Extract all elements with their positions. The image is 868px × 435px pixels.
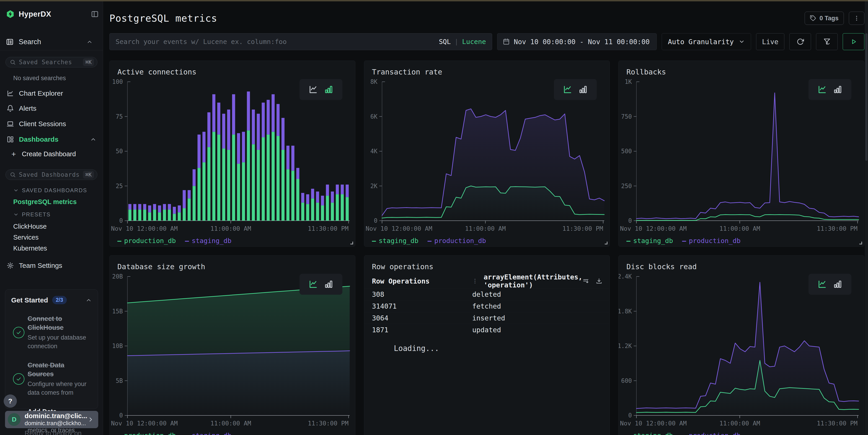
help-button[interactable]: ?	[4, 395, 17, 408]
granularity-select[interactable]: Auto Granularity	[662, 33, 751, 50]
run-query-button[interactable]	[843, 33, 864, 50]
sql-toggle[interactable]: SQL	[439, 38, 451, 45]
panel-rollbacks: Rollbacks 02505007501KNov 10 12:00:00 AM…	[618, 61, 864, 247]
bar-chart-toggle-icon[interactable]	[833, 279, 842, 289]
table-row[interactable]: 308deleted	[364, 288, 610, 300]
chevron-up-icon[interactable]	[86, 39, 93, 45]
no-saved-searches-text: No saved searches	[13, 75, 66, 82]
svg-text:2K: 2K	[370, 183, 377, 190]
search-icon	[10, 59, 16, 65]
svg-text:75: 75	[116, 113, 123, 120]
event-search-box[interactable]: SQL | Lucene	[110, 33, 492, 50]
user-email: dominic.tran@clickho...	[25, 420, 87, 427]
line-chart-toggle-icon[interactable]	[308, 279, 318, 289]
panel-resize-handle[interactable]	[859, 242, 862, 244]
svg-text:600: 600	[621, 377, 632, 384]
sidebar-item-client-sessions[interactable]: Client Sessions	[0, 119, 103, 129]
toggle-divider: |	[455, 38, 458, 45]
table-row[interactable]: 1871updated	[364, 324, 610, 336]
sidebar-item-kubernetes[interactable]: Kubernetes	[13, 244, 47, 252]
step-subtitle: Configure where your data comes from	[28, 380, 89, 397]
panel-active-connections: Active connections 0255075100Nov 10 12:0…	[110, 61, 355, 247]
panel-resize-handle[interactable]	[350, 242, 353, 244]
svg-text:25: 25	[116, 183, 123, 190]
get-started-card: Get Started 2/3 Connect to ClickHouse Se…	[5, 289, 98, 409]
legend-item: —production_db	[682, 432, 740, 435]
sort-columns-icon[interactable]	[582, 278, 589, 285]
svg-text:11:00:00 AM: 11:00:00 AM	[719, 225, 760, 232]
refresh-button[interactable]	[789, 33, 811, 50]
bar-chart-toggle-icon[interactable]	[324, 85, 334, 94]
chevron-up-icon[interactable]	[86, 297, 92, 303]
table-row[interactable]: 3064inserted	[364, 312, 610, 324]
laptop-icon	[6, 120, 14, 128]
saved-searches-input[interactable]	[19, 59, 83, 66]
date-range-picker[interactable]: Nov 10 00:00:00 - Nov 11 00:00:00	[497, 33, 657, 50]
saved-dashboards-search[interactable]: ⌘K	[5, 169, 97, 180]
line-chart-toggle-icon[interactable]	[563, 85, 572, 94]
svg-text:1.2K: 1.2K	[619, 342, 632, 349]
create-dashboard-button[interactable]: + Create Dashboard	[11, 149, 76, 159]
panel-title: Rollbacks	[626, 68, 666, 76]
saved-dashboards-group[interactable]: SAVED DASHBOARDS	[13, 187, 87, 194]
sidebar-item-clickhouse[interactable]: ClickHouse	[13, 223, 47, 230]
sidebar-collapse-icon[interactable]	[91, 10, 99, 18]
svg-text:11:30:00 PM: 11:30:00 PM	[562, 225, 603, 232]
sidebar-item-alerts[interactable]: Alerts	[0, 103, 103, 114]
gear-icon	[6, 262, 14, 269]
get-started-item-sources[interactable]: Create Data Sources Configure where your…	[11, 361, 92, 397]
sidebar-item-postgresql-metrics[interactable]: PostgreSQL metrics	[13, 198, 76, 206]
sidebar-item-label: Team Settings	[19, 262, 62, 269]
tags-button[interactable]: 0 Tags	[805, 11, 844, 25]
saved-dashboards-input[interactable]	[19, 171, 83, 178]
sidebar-item-label: Dashboards	[19, 135, 89, 143]
bar-chart-toggle-icon[interactable]	[324, 279, 334, 289]
download-icon[interactable]	[596, 278, 602, 285]
svg-text:11:00:00 AM: 11:00:00 AM	[465, 225, 506, 232]
sidebar-item-chart-explorer[interactable]: Chart Explorer	[0, 88, 103, 99]
filter-edit-icon	[823, 38, 831, 45]
line-chart-toggle-icon[interactable]	[817, 85, 827, 94]
lucene-toggle[interactable]: Lucene	[462, 38, 486, 45]
bar-chart-toggle-icon[interactable]	[578, 85, 588, 94]
saved-searches-search[interactable]: ⌘K	[5, 57, 97, 67]
svg-text:1.8K: 1.8K	[619, 308, 632, 315]
sidebar-item-services[interactable]: Services	[13, 234, 38, 241]
presets-group[interactable]: PRESETS	[13, 211, 51, 218]
chart-type-toggle	[808, 274, 851, 295]
table-row[interactable]: 314071fetched	[364, 300, 610, 312]
scrollbar-thumb[interactable]	[865, 33, 868, 161]
search-icon	[10, 172, 16, 178]
event-search-input[interactable]	[116, 38, 439, 45]
user-account-chip[interactable]: D dominic.tran@clic... dominic.tran@clic…	[5, 411, 98, 428]
dashboard-menu-button[interactable]	[849, 11, 864, 25]
legend-item: —staging_db	[626, 237, 673, 244]
chart-type-toggle	[300, 274, 342, 295]
chart-explorer-icon	[6, 90, 14, 97]
sidebar-item-label: Search	[19, 38, 86, 46]
legend-item: —production_db	[117, 237, 176, 244]
dashboards-icon	[6, 136, 14, 143]
line-chart-toggle-icon[interactable]	[817, 279, 827, 289]
get-started-item-connect[interactable]: Connect to ClickHouse Set up your databa…	[11, 314, 92, 351]
tags-label: 0 Tags	[819, 15, 839, 22]
sidebar-item-dashboards[interactable]: Dashboards	[0, 134, 103, 145]
user-name: dominic.tran@clic...	[25, 412, 87, 420]
live-button[interactable]: Live	[756, 33, 784, 50]
bar-chart-toggle-icon[interactable]	[833, 85, 842, 94]
sidebar-item-label: Alerts	[19, 104, 103, 112]
line-chart-toggle-icon[interactable]	[308, 85, 318, 94]
legend-item: —production_db	[117, 432, 176, 435]
sidebar-item-search[interactable]: Search	[6, 36, 98, 48]
column-resize-handle[interactable]: ⋮	[472, 279, 478, 282]
panel-disc-blocks-read: Disc blocks read 06001.2K1.8K2.4KNov 10 …	[618, 255, 864, 435]
panel-resize-handle[interactable]	[605, 242, 608, 244]
panel-title: Active connections	[117, 68, 196, 76]
sidebar-item-team-settings[interactable]: Team Settings	[6, 260, 62, 271]
svg-text:0: 0	[374, 217, 377, 224]
get-started-progress-badge: 2/3	[52, 296, 67, 304]
chevron-up-icon[interactable]	[89, 136, 97, 142]
chevron-down-icon	[13, 212, 19, 217]
filter-button[interactable]	[816, 33, 838, 50]
vertical-scrollbar[interactable]	[865, 1, 868, 435]
